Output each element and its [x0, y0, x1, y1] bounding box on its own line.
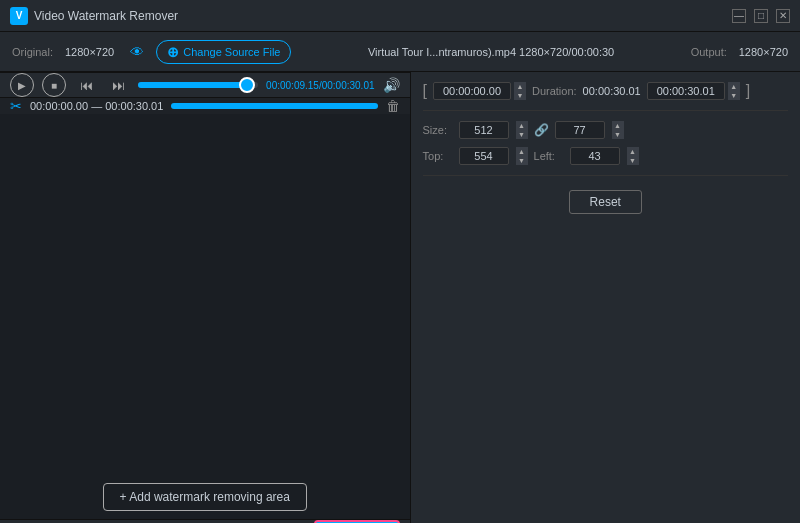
left-down[interactable]: ▼ [627, 156, 639, 165]
close-button[interactable]: ✕ [776, 9, 790, 23]
clip-timeline[interactable] [171, 103, 377, 109]
left-label: Left: [534, 150, 564, 162]
change-source-label: Change Source File [183, 46, 280, 58]
bracket-right-icon: ] [746, 82, 750, 100]
time-display: 00:00:09.15/00:00:30.01 [266, 80, 374, 91]
prev-frame-button[interactable]: ⏮ [74, 73, 98, 97]
end-time-down[interactable]: ▼ [728, 91, 740, 100]
top-stepper: ▲ ▼ [516, 147, 528, 165]
duration-value: 00:00:30.01 [583, 85, 641, 97]
app-title: Video Watermark Remover [34, 9, 732, 23]
height-up[interactable]: ▲ [612, 121, 624, 130]
link-icon[interactable]: 🔗 [534, 123, 549, 137]
next-frame-button[interactable]: ⏭ [106, 73, 130, 97]
end-time-input[interactable] [647, 82, 725, 100]
separator-2 [423, 175, 788, 176]
bottom-left: + Add watermark removing area [0, 114, 410, 519]
left-up[interactable]: ▲ [627, 147, 639, 156]
title-bar: V Video Watermark Remover — □ ✕ [0, 0, 800, 32]
right-panel: [ ▲ ▼ Duration: 00:00:30.01 ▲ ▼ ] [410, 72, 800, 523]
play-button[interactable]: ▶ [10, 73, 34, 97]
end-time-up[interactable]: ▲ [728, 82, 740, 91]
end-time-stepper: ▲ ▼ [728, 82, 740, 100]
stop-button[interactable]: ■ [42, 73, 66, 97]
time-controls-row: [ ▲ ▼ Duration: 00:00:30.01 ▲ ▼ ] [423, 82, 788, 100]
plus-icon: ⊕ [167, 44, 179, 60]
total-time: 00:00:30.01 [322, 80, 375, 91]
start-time-input[interactable] [433, 82, 511, 100]
top-down[interactable]: ▼ [516, 156, 528, 165]
clip-bar: ✂ 00:00:00.00 — 00:00:30.01 🗑 [0, 97, 410, 114]
left-input[interactable] [570, 147, 620, 165]
width-down[interactable]: ▼ [516, 130, 528, 139]
timeline-thumb[interactable] [239, 77, 255, 93]
top-up[interactable]: ▲ [516, 147, 528, 156]
height-down[interactable]: ▼ [612, 130, 624, 139]
duration-label: Duration: [532, 85, 577, 97]
video-section: ▶ ■ ⏮ ⏭ 00:00:09.15/00:00:30.01 🔊 ✂ 00:0… [0, 72, 410, 523]
add-watermark-button[interactable]: + Add watermark removing area [103, 483, 307, 511]
volume-icon[interactable]: 🔊 [383, 77, 400, 93]
size-row: Size: ▲ ▼ 🔗 ▲ ▼ [423, 121, 788, 139]
left-stepper: ▲ ▼ [627, 147, 639, 165]
start-time-down[interactable]: ▼ [514, 91, 526, 100]
start-time-up[interactable]: ▲ [514, 82, 526, 91]
width-up[interactable]: ▲ [516, 121, 528, 130]
change-source-button[interactable]: ⊕ Change Source File [156, 40, 291, 64]
separator-1 [423, 110, 788, 111]
app-icon: V [10, 7, 28, 25]
scissors-icon[interactable]: ✂ [10, 98, 22, 114]
timeline-track[interactable] [138, 82, 258, 88]
end-time-group: ▲ ▼ [647, 82, 740, 100]
width-input[interactable] [459, 121, 509, 139]
original-size-value: 1280×720 [65, 46, 114, 58]
reset-button[interactable]: Reset [569, 190, 642, 214]
bracket-left-icon: [ [423, 82, 427, 100]
top-bar: Original: 1280×720 👁 ⊕ Change Source Fil… [0, 32, 800, 72]
output-row: Output: Virtual Tour It...tramuros)_D.mp… [0, 519, 410, 523]
trash-icon[interactable]: 🗑 [386, 98, 400, 114]
start-time-stepper: ▲ ▼ [514, 82, 526, 100]
eye-icon[interactable]: 👁 [130, 44, 144, 60]
file-info: Virtual Tour I...ntramuros).mp4 1280×720… [303, 46, 678, 58]
main-area: ▶ ■ ⏮ ⏭ 00:00:09.15/00:00:30.01 🔊 ✂ 00:0… [0, 72, 800, 523]
clip-time-range: 00:00:00.00 — 00:00:30.01 [30, 100, 163, 112]
timeline-fill [138, 82, 247, 88]
top-label: Top: [423, 150, 453, 162]
restore-button[interactable]: □ [754, 9, 768, 23]
playback-bar: ▶ ■ ⏮ ⏭ 00:00:09.15/00:00:30.01 🔊 [0, 72, 410, 97]
size-label: Size: [423, 124, 453, 136]
app-icon-letter: V [16, 10, 23, 21]
minimize-button[interactable]: — [732, 9, 746, 23]
output-label: Output: [691, 46, 727, 58]
width-stepper: ▲ ▼ [516, 121, 528, 139]
height-stepper: ▲ ▼ [612, 121, 624, 139]
height-input[interactable] [555, 121, 605, 139]
top-input[interactable] [459, 147, 509, 165]
position-row: Top: ▲ ▼ Left: ▲ ▼ [423, 147, 788, 165]
original-label: Original: [12, 46, 53, 58]
output-size-value: 1280×720 [739, 46, 788, 58]
current-time: 00:00:09.15 [266, 80, 319, 91]
window-controls: — □ ✕ [732, 9, 790, 23]
start-time-group: ▲ ▼ [433, 82, 526, 100]
